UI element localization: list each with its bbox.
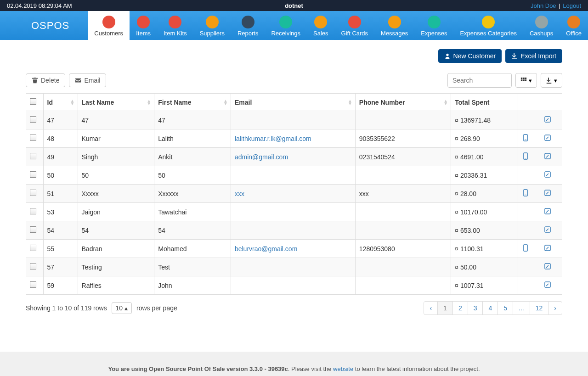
row-checkbox[interactable]: [30, 171, 36, 178]
email-link[interactable]: lalithkumar.r.lk@gmail.com: [235, 135, 311, 142]
cell-last-name: Raffles: [78, 276, 154, 295]
cell-total-spent: ¤ 28.00: [451, 185, 518, 203]
edit-icon[interactable]: [544, 263, 551, 270]
nav-item-suppliers[interactable]: Suppliers: [193, 11, 231, 40]
cell-phone: [355, 111, 451, 129]
row-checkbox[interactable]: [30, 116, 36, 123]
edit-icon[interactable]: [544, 152, 551, 160]
nav-item-items[interactable]: Items: [130, 11, 157, 40]
download-icon: [546, 77, 552, 84]
table-row: 48KumarLalithlalithkumar.r.lk@gmail.com9…: [26, 129, 562, 148]
nav-item-receivings[interactable]: Receivings: [265, 11, 307, 40]
columns-toggle-button[interactable]: ▾: [515, 73, 537, 88]
page-3[interactable]: 3: [468, 301, 483, 315]
edit-icon[interactable]: [544, 281, 551, 288]
edit-icon[interactable]: [544, 134, 551, 141]
phone-icon[interactable]: [522, 134, 529, 141]
edit-icon[interactable]: [544, 171, 551, 178]
nav-item-customers[interactable]: Customers: [88, 11, 130, 40]
email-link[interactable]: belurvrao@gmail.com: [235, 245, 297, 253]
header-email[interactable]: Email▲▼: [231, 94, 355, 111]
cell-phone: [355, 166, 451, 185]
page-size-select[interactable]: 10 ▴: [112, 302, 132, 314]
cell-phone: 1280953080: [355, 240, 451, 258]
nav-item-office[interactable]: Office: [560, 11, 588, 40]
header-id[interactable]: Id▲▼: [43, 94, 78, 111]
row-checkbox[interactable]: [30, 208, 36, 214]
edit-icon[interactable]: [544, 208, 551, 215]
nav-item-gift-cards[interactable]: Gift Cards: [335, 11, 375, 40]
cell-id: 50: [43, 166, 78, 185]
row-checkbox[interactable]: [30, 135, 36, 141]
search-input[interactable]: [447, 73, 512, 88]
svg-rect-5: [525, 79, 527, 81]
page-...[interactable]: ...: [513, 301, 530, 315]
new-customer-button[interactable]: New Customer: [438, 49, 502, 63]
row-checkbox[interactable]: [30, 226, 36, 233]
cell-last-name: Jaigon: [78, 203, 154, 221]
header-first-name[interactable]: First Name▲▼: [154, 94, 231, 111]
edit-icon[interactable]: [544, 116, 551, 123]
cell-last-name: 54: [78, 221, 154, 240]
cell-last-name: Xxxxx: [78, 185, 154, 203]
page-5[interactable]: 5: [498, 301, 513, 315]
email-link[interactable]: xxx: [235, 190, 244, 197]
row-checkbox[interactable]: [30, 281, 36, 288]
page-›[interactable]: ›: [548, 301, 562, 315]
row-checkbox[interactable]: [30, 245, 36, 251]
nav-item-expenses[interactable]: Expenses: [414, 11, 453, 40]
nav-item-sales[interactable]: Sales: [307, 11, 335, 40]
export-button[interactable]: ▾: [541, 73, 562, 88]
email-button[interactable]: Email: [69, 73, 106, 87]
items-icon: [137, 16, 150, 28]
excel-import-button[interactable]: Excel Import: [505, 49, 562, 63]
row-checkbox[interactable]: [30, 263, 36, 269]
nav-item-cashups[interactable]: Cashups: [523, 11, 560, 40]
cell-total-spent: ¤ 4691.00: [451, 148, 518, 166]
cell-first-name: Mohamed: [154, 240, 231, 258]
svg-rect-8: [525, 140, 526, 140]
datetime-label: 02.04.2019 08:29:04 AM: [7, 2, 72, 9]
edit-icon[interactable]: [544, 244, 551, 252]
edit-icon[interactable]: [544, 189, 551, 196]
cell-total-spent: ¤ 136971.48: [451, 111, 518, 129]
header-phone[interactable]: Phone Number▲▼: [355, 94, 451, 111]
phone-icon[interactable]: [522, 244, 529, 252]
cell-last-name: Testing: [78, 258, 154, 276]
cell-first-name: 47: [154, 111, 231, 129]
email-link[interactable]: admin@gmail.com: [235, 153, 288, 161]
cell-first-name: Tawatchai: [154, 203, 231, 221]
select-all-checkbox[interactable]: [30, 98, 36, 105]
cell-id: 53: [43, 203, 78, 221]
brand-logo[interactable]: OSPOS: [0, 11, 88, 40]
edit-icon[interactable]: [544, 226, 551, 233]
header-last-name[interactable]: Last Name▲▼: [78, 94, 154, 111]
nav-item-reports[interactable]: Reports: [231, 11, 265, 40]
phone-icon[interactable]: [522, 152, 529, 160]
nav-item-expenses-categories[interactable]: Expenses Categories: [453, 11, 523, 40]
website-link[interactable]: website: [333, 365, 353, 372]
logout-link[interactable]: Logout: [563, 2, 581, 9]
envelope-icon: [75, 77, 81, 84]
nav-item-item-kits[interactable]: Item Kits: [157, 11, 193, 40]
page-‹[interactable]: ‹: [424, 301, 438, 315]
page-1[interactable]: 1: [437, 301, 453, 315]
row-checkbox[interactable]: [30, 153, 36, 159]
page-2[interactable]: 2: [452, 301, 468, 315]
page-4[interactable]: 4: [482, 301, 498, 315]
page-12[interactable]: 12: [530, 301, 549, 315]
header-total-spent[interactable]: Total Spent: [451, 94, 518, 111]
cell-phone: 0231540524: [355, 148, 451, 166]
showing-label: Showing 1 to 10 of 119 rows 10 ▴ rows pe…: [26, 302, 177, 314]
cell-id: 48: [43, 129, 78, 148]
row-checkbox[interactable]: [30, 190, 36, 196]
cell-phone: [355, 276, 451, 295]
reports-icon: [242, 16, 254, 28]
user-link[interactable]: John Doe: [531, 2, 556, 9]
nav-item-messages[interactable]: Messages: [374, 11, 414, 40]
delete-button[interactable]: Delete: [26, 73, 65, 87]
phone-icon[interactable]: [522, 189, 529, 196]
cell-id: 49: [43, 148, 78, 166]
cell-total-spent: ¤ 1007.31: [451, 276, 518, 295]
table-row: 505050¤ 20336.31: [26, 166, 562, 185]
